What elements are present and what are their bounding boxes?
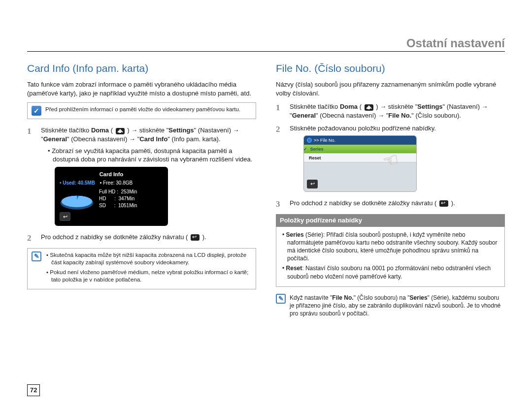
t: SD bbox=[99, 203, 106, 208]
gear-icon bbox=[307, 138, 312, 143]
tip-icon: ✎ bbox=[276, 294, 286, 304]
pie-chart-icon bbox=[60, 192, 94, 206]
t: Settings bbox=[417, 103, 442, 110]
cardinfo-lines: Full HD : 253Min HD : 347Min SD : 1051Mi… bbox=[99, 188, 137, 209]
t: ) → stiskněte " bbox=[374, 103, 418, 110]
t: Stiskněte tlačítko bbox=[290, 103, 340, 110]
back-icon: ↩ bbox=[307, 180, 318, 188]
t: Reset bbox=[286, 265, 302, 272]
t: Pro odchod z nabídky se dotkněte záložky… bbox=[41, 233, 190, 241]
fileno-breadcrumb: >> File No. bbox=[304, 136, 416, 145]
post-note-box: ✎ • Skutečná kapacita může být nižší kap… bbox=[27, 248, 256, 289]
free-label: • Free: 30.8GB bbox=[100, 180, 133, 187]
cardinfo-title: Card Info bbox=[60, 171, 163, 178]
submenu-header: Položky podřízené nabídky bbox=[276, 214, 505, 227]
t: Zobrazí se využitá kapacita paměti, dost… bbox=[52, 147, 252, 163]
pre-note-text: Před prohlížením informací o paměti vlož… bbox=[45, 106, 240, 116]
left-column: Card Info (Info pam. karta) Tato funkce … bbox=[27, 62, 256, 324]
step-body: Stiskněte tlačítko Doma ( ) → stiskněte … bbox=[41, 126, 256, 229]
return-icon bbox=[439, 200, 448, 207]
page-number: 72 bbox=[27, 384, 40, 396]
t: Stiskněte tlačítko bbox=[41, 126, 91, 134]
tip-text: Když nastavíte "File No." (Číslo souboru… bbox=[290, 294, 505, 318]
step-body: Pro odchod z nabídky se dotkněte záložky… bbox=[290, 199, 505, 210]
left-heading: Card Info (Info pam. karta) bbox=[27, 62, 256, 75]
submenu-item: • Series (Série): Přiřadí čísla souborů … bbox=[281, 231, 499, 263]
step1-bullet: • Zobrazí se využitá kapacita paměti, do… bbox=[48, 147, 256, 164]
t: : bbox=[114, 196, 116, 201]
used-label: • Used: 40.5MB bbox=[60, 180, 95, 187]
left-intro: Tato funkce vám zobrazí informace o pamě… bbox=[27, 80, 256, 97]
t: : bbox=[114, 203, 116, 208]
check-icon bbox=[32, 106, 41, 116]
step-number: 1 bbox=[27, 126, 36, 229]
right-column: File No. (Číslo souboru) Názvy (čísla) s… bbox=[276, 62, 505, 324]
t: : bbox=[117, 189, 118, 194]
t: Series bbox=[286, 231, 304, 238]
header-rule bbox=[27, 51, 505, 52]
t: Full HD bbox=[99, 189, 115, 194]
right-step-3: 3 Pro odchod z nabídky se dotkněte zálož… bbox=[276, 199, 505, 210]
submenu-item: • Reset: Nastaví číslo souboru na 0001 p… bbox=[281, 264, 499, 280]
fileno-item-series: Series bbox=[304, 145, 416, 154]
t: Pro odchod z nabídky se dotkněte záložky… bbox=[290, 199, 438, 207]
left-step-2: 2 Pro odchod z nabídky se dotkněte zálož… bbox=[27, 233, 256, 244]
t: Series bbox=[410, 294, 428, 301]
note-item: • Skutečná kapacita může být nižší kapac… bbox=[45, 251, 252, 267]
t: Doma bbox=[340, 103, 358, 110]
t: ). bbox=[200, 233, 206, 241]
t: Card Info bbox=[139, 135, 167, 143]
t: ) → stiskněte " bbox=[126, 126, 169, 134]
page: { "header": { "title": "Ostatní nastaven… bbox=[0, 0, 532, 407]
note-item: • Pokud není vloženo paměťové médium, ne… bbox=[45, 269, 252, 284]
right-heading: File No. (Číslo souboru) bbox=[276, 62, 505, 75]
t: ( bbox=[358, 103, 364, 110]
step-number: 2 bbox=[27, 233, 36, 244]
pre-note-box: Před prohlížením informací o paměti vlož… bbox=[27, 102, 256, 119]
post-note-list: • Skutečná kapacita může být nižší kapac… bbox=[45, 251, 252, 286]
t: 1051Min bbox=[118, 203, 137, 208]
tip-note: ✎ Když nastavíte "File No." (Číslo soubo… bbox=[276, 294, 505, 318]
t: Skutečná kapacita může být nižší kapacit… bbox=[50, 252, 246, 266]
t: General bbox=[292, 112, 316, 119]
t: 347Min bbox=[118, 196, 134, 201]
t: Settings bbox=[168, 126, 194, 134]
t: Doma bbox=[91, 126, 109, 134]
t: ( bbox=[109, 126, 115, 134]
submenu-box: • Series (Série): Přiřadí čísla souborů … bbox=[276, 227, 505, 287]
step-number: 2 bbox=[276, 124, 285, 195]
page-header: Ostatní nastavení bbox=[406, 35, 505, 51]
return-icon bbox=[191, 234, 200, 241]
t: " (Číslo souboru). bbox=[411, 112, 461, 119]
step-body: Stiskněte tlačítko Doma ( ) → stiskněte … bbox=[290, 102, 505, 120]
t: : Nastaví číslo souboru na 0001 po zform… bbox=[287, 265, 491, 280]
t: " (Obecná nastavení) → " bbox=[316, 112, 388, 119]
t: " (Číslo souboru) na " bbox=[354, 294, 410, 301]
home-icon bbox=[116, 128, 125, 134]
t: 253Min bbox=[121, 189, 137, 194]
t: Stiskněte požadovanou položku podřízené … bbox=[290, 125, 436, 132]
back-icon: ↩ bbox=[60, 212, 70, 221]
fileno-item-reset: Reset bbox=[304, 154, 416, 162]
t: " (Info pam. karta). bbox=[167, 135, 220, 143]
t: Když nastavíte " bbox=[290, 294, 332, 301]
t: File No. bbox=[388, 112, 411, 119]
tip-icon: ✎ bbox=[32, 251, 41, 261]
t: General bbox=[43, 135, 67, 143]
step-body: Pro odchod z nabídky se dotkněte záložky… bbox=[41, 233, 256, 244]
left-step-1: 1 Stiskněte tlačítko Doma ( ) → stisknět… bbox=[27, 126, 256, 229]
home-icon bbox=[365, 104, 373, 111]
right-intro: Názvy (čísla) souborů jsou přiřazeny zaz… bbox=[276, 80, 505, 97]
step-body: Stiskněte požadovanou položku podřízené … bbox=[290, 124, 505, 195]
right-step-1: 1 Stiskněte tlačítko Doma ( ) → stisknět… bbox=[276, 102, 505, 120]
t: Pokud není vloženo paměťové médium, nelz… bbox=[50, 269, 248, 283]
t: (Série): Přiřadí čísla souborů postupně,… bbox=[287, 231, 498, 262]
step-number: 1 bbox=[276, 102, 285, 120]
cardinfo-screenshot: Card Info • Used: 40.5MB • Free: 30.8GB … bbox=[55, 167, 168, 226]
right-step-2: 2 Stiskněte požadovanou položku podřízen… bbox=[276, 124, 505, 195]
fileno-screenshot: >> File No. Series Reset ☜ ↩ bbox=[303, 135, 417, 192]
t: " (Obecná nastavení) → " bbox=[67, 135, 139, 143]
step-number: 3 bbox=[276, 199, 285, 210]
t: >> File No. bbox=[314, 136, 335, 145]
t: File No. bbox=[332, 294, 353, 301]
